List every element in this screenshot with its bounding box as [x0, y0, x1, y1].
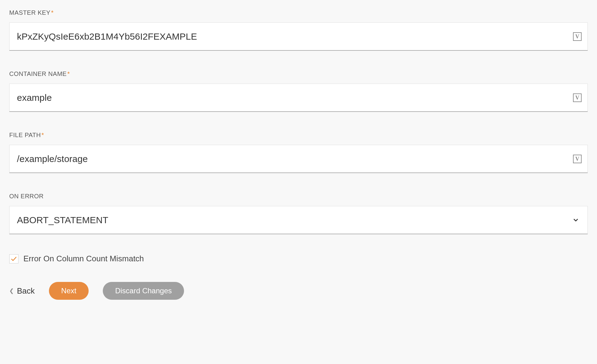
variable-icon[interactable]: V [573, 32, 582, 41]
discard-button[interactable]: Discard Changes [103, 282, 184, 300]
back-label: Back [17, 286, 35, 296]
container-name-label-text: CONTAINER NAME [9, 70, 67, 77]
master-key-input-wrapper: V [9, 22, 588, 51]
on-error-select-wrapper: ABORT_STATEMENT [9, 206, 588, 234]
file-path-label-text: FILE PATH [9, 132, 41, 138]
on-error-value: ABORT_STATEMENT [17, 215, 108, 225]
error-mismatch-checkbox[interactable] [9, 254, 18, 263]
next-button[interactable]: Next [49, 282, 89, 300]
required-asterisk: * [42, 132, 44, 138]
on-error-label: ON ERROR [9, 193, 588, 200]
file-path-label: FILE PATH* [9, 132, 588, 139]
variable-icon[interactable]: V [573, 155, 582, 163]
checkbox-row-error-mismatch: Error On Column Count Mismatch [9, 254, 588, 263]
container-name-label: CONTAINER NAME* [9, 70, 588, 77]
on-error-label-text: ON ERROR [9, 193, 44, 200]
file-path-input-wrapper: V [9, 145, 588, 173]
form-group-master-key: MASTER KEY* V [9, 9, 588, 51]
form-group-on-error: ON ERROR ABORT_STATEMENT [9, 193, 588, 234]
container-name-input[interactable] [9, 84, 588, 112]
button-row: ❮ Back Next Discard Changes [9, 282, 588, 300]
master-key-label: MASTER KEY* [9, 9, 588, 16]
form-group-container-name: CONTAINER NAME* V [9, 70, 588, 112]
variable-icon[interactable]: V [573, 93, 582, 102]
master-key-input[interactable] [9, 22, 588, 51]
back-button[interactable]: ❮ Back [9, 286, 35, 296]
error-mismatch-label: Error On Column Count Mismatch [23, 254, 144, 263]
form-group-file-path: FILE PATH* V [9, 132, 588, 173]
file-path-input[interactable] [9, 145, 588, 173]
required-asterisk: * [51, 9, 54, 16]
master-key-label-text: MASTER KEY [9, 9, 50, 16]
chevron-left-icon: ❮ [9, 287, 14, 294]
on-error-select[interactable]: ABORT_STATEMENT [9, 206, 588, 234]
required-asterisk: * [67, 70, 70, 77]
container-name-input-wrapper: V [9, 84, 588, 112]
